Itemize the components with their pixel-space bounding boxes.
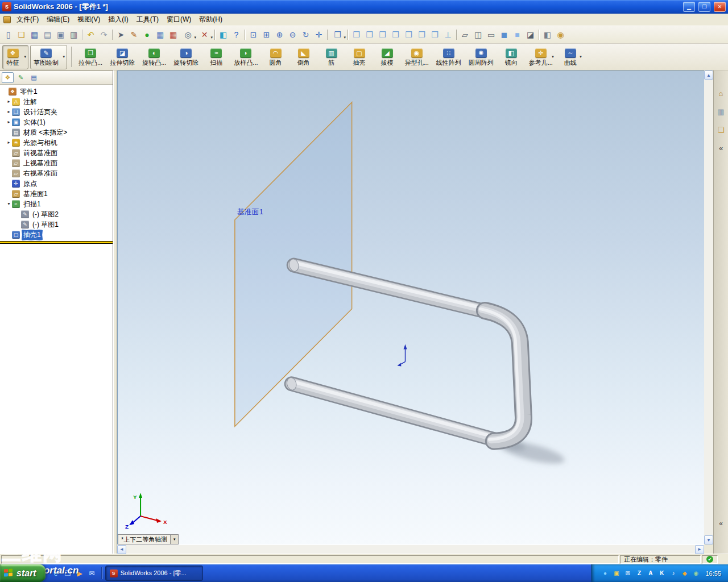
tree-item[interactable]: ▸ ❏ 设计活页夹: [0, 107, 113, 117]
expander-icon[interactable]: ▸: [6, 140, 12, 145]
right-view-icon[interactable]: ❒: [389, 28, 402, 41]
menu-item[interactable]: 编辑(E): [43, 14, 73, 26]
zoom-to-selection-icon[interactable]: ⊖: [286, 28, 299, 41]
extruded-boss-button[interactable]: ❒ 拉伸凸...: [76, 45, 105, 69]
extruded-cut-button[interactable]: ◪ 拉伸切除: [107, 45, 138, 69]
revolved-cut-button[interactable]: ◑ 旋转切除: [171, 45, 201, 69]
left-view-icon[interactable]: ❒: [376, 28, 389, 41]
front-view-icon[interactable]: ❒: [350, 28, 363, 41]
tree-item[interactable]: ❖ 零件1: [0, 86, 113, 97]
internet-explorer-icon[interactable]: e: [51, 568, 61, 578]
menu-item[interactable]: 视图(V): [73, 14, 104, 26]
menu-item[interactable]: 工具(T): [133, 14, 163, 26]
edit-color-icon[interactable]: ◧: [217, 28, 230, 41]
wireframe-icon[interactable]: ▱: [458, 28, 471, 41]
shaded-icon[interactable]: ■: [511, 28, 524, 41]
configurationmanager-tab[interactable]: ▤: [28, 72, 40, 83]
rollback-bar[interactable]: [0, 241, 113, 244]
reference-geometry-button[interactable]: ✛ 参考几...: [526, 45, 556, 69]
pan-icon[interactable]: ✛: [312, 28, 325, 41]
tray-volume-icon[interactable]: ♪: [669, 569, 677, 577]
outlook-icon[interactable]: ✉: [87, 568, 97, 578]
linear-pattern-button[interactable]: ∷ 线性阵列: [433, 45, 464, 69]
view-orientation-box[interactable]: *上下二等角轴测 ▾: [118, 534, 179, 544]
shadows-icon[interactable]: ◪: [524, 28, 537, 41]
chamfer-button[interactable]: ◣ 倒角: [291, 45, 317, 69]
save-icon[interactable]: ▦: [28, 28, 41, 41]
fillet-button[interactable]: ◠ 圆角: [263, 45, 289, 69]
view-orientation-icon[interactable]: ❒: [329, 28, 346, 41]
scroll-right-button[interactable]: ►: [695, 545, 704, 554]
tree-item[interactable]: ▱ 前视基准面: [0, 148, 113, 158]
document-icon[interactable]: [3, 16, 11, 23]
select-icon[interactable]: ➤: [114, 28, 127, 41]
menu-item[interactable]: 插入(I): [104, 14, 132, 26]
menu-item[interactable]: 窗口(W): [163, 14, 195, 26]
expander-icon[interactable]: ▾: [6, 202, 12, 206]
make-drawing-icon[interactable]: ▤: [41, 28, 54, 41]
start-button[interactable]: start: [0, 564, 46, 582]
hidden-lines-visible-icon[interactable]: ◫: [471, 28, 485, 41]
collapse-chevron-bottom-icon[interactable]: «: [719, 519, 723, 527]
sketch-toolbar-toggle[interactable]: ✎ 草图绘制: [30, 45, 67, 69]
zoom-to-fit-icon[interactable]: ⊡: [247, 28, 260, 41]
propertymanager-tab[interactable]: ✎: [15, 72, 27, 83]
horizontal-scroll-track[interactable]: [126, 545, 695, 554]
tree-item[interactable]: ✎ (-) 草图1: [0, 219, 113, 230]
scroll-up-button[interactable]: ▲: [704, 70, 713, 80]
expander-icon[interactable]: ▸: [6, 120, 12, 124]
circular-pattern-button[interactable]: ✺ 圆周阵列: [466, 45, 497, 69]
material-editor-icon[interactable]: ▦: [167, 28, 180, 41]
tree-item[interactable]: ▱ 右视基准面: [0, 168, 113, 178]
tree-item[interactable]: ▱ 上视基准面: [0, 158, 113, 168]
loft-button[interactable]: ◗ 放样凸...: [231, 45, 260, 69]
featuremanager-tab[interactable]: ❖: [2, 72, 14, 83]
minimize-button[interactable]: ▁: [683, 2, 695, 12]
sweep-button[interactable]: ≈ 扫描: [203, 45, 229, 69]
clear-filter-icon[interactable]: ✕: [196, 28, 213, 41]
tray-safely-remove-icon[interactable]: ◉: [692, 569, 700, 577]
tree-item[interactable]: ▤ 材质 <未指定>: [0, 127, 113, 138]
tray-ime-a-icon[interactable]: A: [646, 569, 655, 577]
tree-item[interactable]: ▾ ≈ 扫描1: [0, 199, 113, 209]
tree-item[interactable]: ▢ 抽壳1: [0, 230, 113, 240]
zoom-to-area-icon[interactable]: ⊞: [260, 28, 273, 41]
tree-item[interactable]: ✎ (-) 草图2: [0, 209, 113, 219]
restore-button[interactable]: ❐: [698, 2, 710, 12]
shell-button[interactable]: ▢ 抽壳: [346, 45, 373, 69]
solidworks-task-button[interactable]: S SolidWorks 2006 - [零...: [105, 566, 203, 581]
isometric-view-icon[interactable]: ❒: [428, 28, 441, 41]
menu-item[interactable]: 帮助(H): [195, 14, 226, 26]
shaded-with-edges-icon[interactable]: ◼: [498, 28, 511, 41]
rebuild-icon[interactable]: ●: [140, 28, 154, 41]
hidden-lines-removed-icon[interactable]: ▭: [485, 28, 498, 41]
normal-to-icon[interactable]: ⊥: [441, 28, 454, 41]
tree-item[interactable]: ▸ ☀ 光源与相机: [0, 138, 113, 148]
tray-update-icon[interactable]: ▣: [612, 569, 621, 577]
graphics-viewport[interactable]: 基准面1: [117, 70, 704, 544]
design-library-icon[interactable]: ▥: [715, 106, 727, 117]
panel-splitter[interactable]: [113, 70, 117, 554]
view-orientation-dropdown[interactable]: ▾: [170, 535, 178, 544]
bottom-view-icon[interactable]: ❒: [415, 28, 428, 41]
tray-mail-icon[interactable]: ✉: [623, 569, 632, 577]
sketch-pencil-icon[interactable]: ✎: [127, 28, 140, 41]
tree-item[interactable]: ▱ 基准面1: [0, 189, 113, 199]
mirror-button[interactable]: ◧ 镜向: [498, 45, 524, 69]
draft-button[interactable]: ◢ 拔模: [374, 45, 400, 69]
tray-ime-k-icon[interactable]: K: [657, 569, 666, 577]
selection-filter-icon[interactable]: ◎: [180, 28, 196, 41]
media-player-icon[interactable]: ▶: [75, 568, 85, 578]
realview-icon[interactable]: ◉: [554, 28, 567, 41]
scroll-left-button[interactable]: ◄: [117, 545, 126, 554]
make-assembly-icon[interactable]: ▣: [54, 28, 67, 41]
new-file-icon[interactable]: ▯: [2, 28, 15, 41]
horizontal-scrollbar[interactable]: ◄ ►: [117, 544, 704, 554]
solidworks-resources-icon[interactable]: ⌂: [715, 88, 727, 99]
rotate-view-icon[interactable]: ↻: [299, 28, 312, 41]
open-file-icon[interactable]: ❏: [15, 28, 28, 41]
grid-icon[interactable]: ▦: [154, 28, 167, 41]
curves-button[interactable]: ∼ 曲线: [557, 45, 584, 69]
tree-item[interactable]: ▸ ▣ 实体(1): [0, 117, 113, 127]
show-desktop-icon[interactable]: ❐: [63, 568, 73, 578]
